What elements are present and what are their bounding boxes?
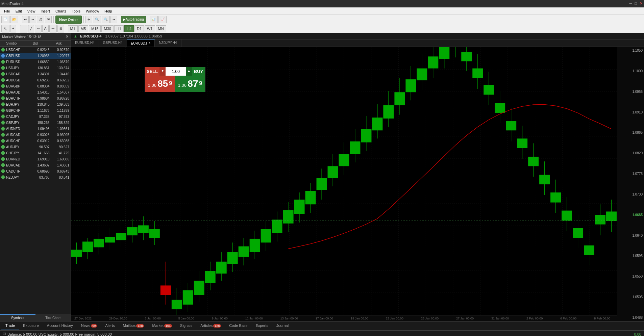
fib-tool[interactable]: ⊞ [57, 25, 64, 32]
terminal-tab-market[interactable]: Market104 [148, 321, 176, 330]
terminal-tab-mailbox[interactable]: Mailbox128 [119, 321, 148, 330]
mw-tab-symbols[interactable]: Symbols [0, 314, 35, 321]
market-watch-row-eurusd[interactable]: EURUSD1.068591.06879 [0, 59, 71, 65]
indicators-btn[interactable]: 📊 [150, 16, 158, 23]
market-watch-row-gbpusd[interactable]: GBPUSD1.209561.20977 [0, 53, 71, 59]
redo-btn[interactable]: ↪ [29, 16, 36, 23]
market-watch-row-usdjpy[interactable]: USDJPY130.851130.874 [0, 65, 71, 71]
print-btn[interactable]: 🖨 [37, 16, 44, 23]
market-watch-row-usdchf[interactable]: USDCHF0.923450.92370 [0, 47, 71, 53]
wave-tool[interactable]: 〰 [49, 25, 57, 32]
buy-btn[interactable]: BUY [192, 67, 205, 76]
bid-price: 1.43607 [30, 163, 49, 167]
close-btn[interactable]: ✕ [640, 1, 643, 6]
zoom-in-btn[interactable]: 🔍 [93, 16, 101, 23]
market-watch-row-audjpy[interactable]: AUDJPY90.59790.627 [0, 144, 71, 150]
order-widget: SELL ▼ 1.00 ▲ BUY 1.06 85 9 1.06 87 9 [145, 67, 205, 92]
menu-item-charts[interactable]: Charts [53, 8, 69, 14]
new-chart-btn[interactable]: 📄 [1, 16, 9, 23]
symbol-indicator [1, 151, 5, 155]
autotrading-btn[interactable]: ▶ AutoTrading [121, 16, 146, 23]
terminal-tab-exposure[interactable]: Exposure [19, 321, 43, 330]
chart-tab-1[interactable]: GBPUSD,H4 [99, 40, 127, 47]
menu-item-insert[interactable]: Insert [38, 8, 53, 14]
new-order-btn[interactable]: New Order [55, 16, 82, 24]
chart-tab-3[interactable]: NZDJPY,H4 [155, 40, 181, 47]
chart-tab-2[interactable]: EURUSD,H4 [127, 40, 155, 47]
pencil-tool[interactable]: ✏ [35, 25, 42, 32]
menu-item-edit[interactable]: Edit [13, 8, 25, 14]
menu-item-help[interactable]: Help [102, 8, 115, 14]
mw-tab-tick-chart[interactable]: Tick Chart [35, 314, 71, 321]
order-amount-input[interactable]: 1.00 [166, 67, 186, 76]
zoom-out-btn[interactable]: 🔍 [102, 16, 110, 23]
minimize-btn[interactable]: ─ [629, 1, 632, 6]
timeframe-M5[interactable]: M5 [78, 25, 88, 32]
timeframe-H4[interactable]: H4 [124, 25, 134, 32]
buy-price-big: 87 [188, 78, 198, 89]
timeframe-H1[interactable]: H1 [114, 25, 124, 32]
line-tool[interactable]: ╱ [28, 25, 34, 32]
time-label: 6 Feb 00:00 [560, 317, 576, 320]
sell-btn[interactable]: SELL [145, 67, 159, 76]
maximize-btn[interactable]: □ [635, 1, 637, 6]
undo-btn[interactable]: ↩ [22, 16, 29, 23]
timeframe-M15[interactable]: M15 [89, 25, 101, 32]
terminal-tab-news[interactable]: News99 [77, 321, 101, 330]
col-symbol: Symbol [0, 41, 24, 46]
email-btn[interactable]: ✉ [45, 16, 52, 23]
timeframe-W1[interactable]: W1 [145, 25, 155, 32]
market-watch-row-audcad[interactable]: AUDCAD0.930280.93095 [0, 132, 71, 138]
ask-price: 1.69086 [50, 157, 69, 161]
timeframe-M1[interactable]: M1 [68, 25, 78, 32]
open-btn[interactable]: 📂 [10, 16, 18, 23]
market-watch-row-audnzd[interactable]: AUDNZD1.094981.09561 [0, 126, 71, 132]
plus-tool[interactable]: + [10, 25, 16, 32]
terminal-tab-code-base[interactable]: Code Base [225, 321, 251, 330]
market-watch-row-cadjpy[interactable]: CADJPY97.33897.393 [0, 113, 71, 120]
timeframe-M30[interactable]: M30 [101, 25, 113, 32]
market-watch-row-audchf[interactable]: AUDCHF0.639120.63988 [0, 138, 71, 144]
market-watch-row-usdcad[interactable]: USDCAD1.343911.34416 [0, 71, 71, 77]
buy-dropdown-btn[interactable]: ▲ [186, 67, 192, 76]
terminal-tab-articles[interactable]: Articles128 [196, 321, 225, 330]
menu-item-tools[interactable]: Tools [69, 8, 83, 14]
market-watch-row-chfjpy[interactable]: CHFJPY141.668141.725 [0, 150, 71, 156]
terminal-tab-journal[interactable]: Journal [272, 321, 293, 330]
menu-item-window[interactable]: Window [83, 8, 102, 14]
symbol-name: USDJPY [6, 66, 30, 70]
time-label: 19 Jan 00:00 [351, 317, 368, 320]
chart-btn[interactable]: 📈 [158, 16, 167, 23]
menu-item-file[interactable]: File [1, 8, 13, 14]
crosshair-btn[interactable]: ✛ [85, 16, 92, 23]
terminal-tab-signals[interactable]: Signals [176, 321, 196, 330]
market-watch-row-gbpjpy[interactable]: GBPJPY158.266158.329 [0, 120, 71, 126]
terminal-tab-account-history[interactable]: Account History [43, 321, 77, 330]
ask-price: 1.34416 [50, 72, 69, 76]
terminal-tab-trade[interactable]: Trade [1, 321, 19, 330]
market-watch-row-audusd[interactable]: AUDUSD0.692330.69252 [0, 77, 71, 83]
horizontal-line-tool[interactable]: — [20, 25, 27, 32]
symbol-indicator [1, 157, 5, 161]
market-watch-row-cadchf[interactable]: CADCHF0.686900.68743 [0, 168, 71, 174]
market-watch-row-eurnzd[interactable]: EURNZD1.690101.69086 [0, 156, 71, 162]
market-watch-row-euraud[interactable]: EURAUD1.543151.54367 [0, 89, 71, 95]
chart-shift-btn[interactable]: ⇥ [110, 16, 117, 23]
market-watch-close-btn[interactable]: ✕ [66, 34, 69, 39]
ask-price: 139.863 [50, 103, 69, 106]
market-watch-row-eurcad[interactable]: EURCAD1.436071.43661 [0, 162, 71, 168]
arrow-tool[interactable]: ↖ [1, 25, 9, 32]
chart-tab-0[interactable]: EURUSD,H4 [71, 40, 99, 47]
market-watch-row-nzdjpy[interactable]: NZDJPY83.76883.841 [0, 174, 71, 180]
market-watch-row-gbpchf[interactable]: GBPCHF1.116761.11759 [0, 107, 71, 113]
terminal-tab-alerts[interactable]: Alerts [101, 321, 119, 330]
timeframe-MN[interactable]: MN [156, 25, 166, 32]
text-tool[interactable]: A [42, 25, 49, 32]
market-watch-row-eurchf[interactable]: EURCHF0.986840.98728 [0, 95, 71, 101]
terminal-tab-experts[interactable]: Experts [252, 321, 272, 330]
market-watch-row-eurgbp[interactable]: EURGBP0.883340.88359 [0, 83, 71, 89]
timeframe-D1[interactable]: D1 [134, 25, 144, 32]
menu-item-view[interactable]: View [25, 8, 38, 14]
market-watch-row-eurjpy[interactable]: EURJPY139.840139.863 [0, 101, 71, 107]
sell-dropdown-btn[interactable]: ▼ [159, 67, 166, 76]
